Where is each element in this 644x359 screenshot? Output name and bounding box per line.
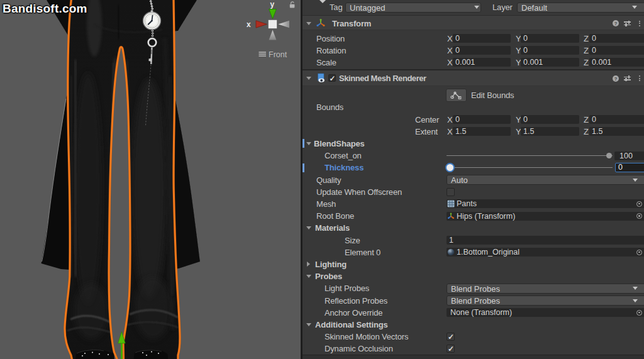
svg-text:?: ? (614, 21, 618, 26)
svg-text:Front: Front (269, 50, 287, 59)
svg-text:y: y (270, 0, 275, 9)
svg-text:x: x (247, 20, 251, 29)
svg-text:?: ? (614, 75, 618, 81)
